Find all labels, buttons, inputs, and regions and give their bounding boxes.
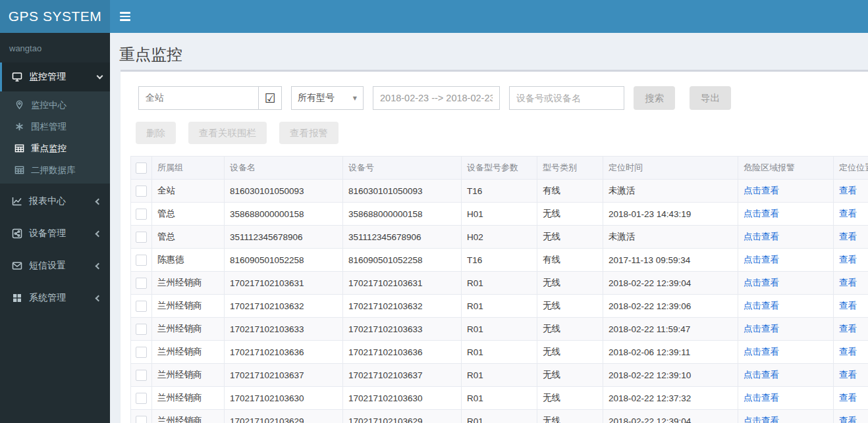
location-view-link[interactable]: 查看 xyxy=(839,278,857,287)
cell-model: T16 xyxy=(462,249,537,272)
row-checkbox[interactable] xyxy=(136,301,147,312)
location-view-link-cell: 查看 xyxy=(834,364,868,387)
sidebar-item-label: 报表中心 xyxy=(29,195,96,207)
location-view-link[interactable]: 查看 xyxy=(839,186,857,195)
danger-area-view-link-cell: 点击查看 xyxy=(738,295,834,318)
cell-device-name: 170217102103630 xyxy=(225,387,343,410)
danger-area-view-link[interactable]: 点击查看 xyxy=(744,416,779,423)
cell-model-type: 无线 xyxy=(537,318,603,341)
sidebar-item-report-center[interactable]: 报表中心 xyxy=(0,187,110,216)
table-row: 全站816030101050093816030101050093T16有线未激活… xyxy=(131,180,868,203)
danger-area-view-link[interactable]: 点击查看 xyxy=(744,232,779,241)
delete-button[interactable]: 删除 xyxy=(136,122,176,144)
danger-area-view-link[interactable]: 点击查看 xyxy=(744,347,779,357)
location-view-link[interactable]: 查看 xyxy=(839,209,857,218)
sidebar-item-device-management[interactable]: 设备管理 xyxy=(0,219,110,248)
group-select-toggle[interactable]: ☑ xyxy=(258,86,282,110)
column-header-location: 定位位置 xyxy=(834,157,868,180)
sidebar-item-label: 二押数据库 xyxy=(31,164,76,176)
model-select[interactable]: 所有型号 ▼ xyxy=(291,86,364,110)
location-view-link-cell: 查看 xyxy=(834,249,868,272)
danger-area-view-link[interactable]: 点击查看 xyxy=(744,209,779,218)
view-linked-fence-button[interactable]: 查看关联围栏 xyxy=(188,122,267,144)
group-input[interactable] xyxy=(138,86,258,110)
danger-area-view-link[interactable]: 点击查看 xyxy=(744,186,779,195)
danger-area-view-link[interactable]: 点击查看 xyxy=(744,301,779,311)
select-all-checkbox[interactable] xyxy=(136,162,147,174)
table-row: 兰州经销商170217102103637170217102103637R01无线… xyxy=(131,364,868,387)
row-checkbox[interactable] xyxy=(136,278,147,289)
danger-area-view-link[interactable]: 点击查看 xyxy=(744,324,779,334)
cell-group: 兰州经销商 xyxy=(152,364,225,387)
date-range-input[interactable] xyxy=(373,86,500,110)
row-checkbox[interactable] xyxy=(136,370,147,381)
table-row: 兰州经销商170217102103630170217102103630R01无线… xyxy=(131,387,868,410)
content-area: 重点监控 ☑ 所有型号 ▼ 搜索 导出 删除 查看关联围栏 查看报警 xyxy=(110,33,868,423)
envelope-icon xyxy=(12,261,22,271)
row-checkbox[interactable] xyxy=(136,393,147,404)
chevron-left-icon xyxy=(95,295,102,301)
cell-model-type: 无线 xyxy=(537,364,603,387)
cell-device-name: 170217102103632 xyxy=(225,295,343,318)
map-marker-icon xyxy=(14,100,24,110)
sidebar-item-key-monitoring[interactable]: 重点监控 xyxy=(0,137,110,159)
cell-device-no: 170217102103637 xyxy=(343,364,462,387)
cell-model: R01 xyxy=(462,295,537,318)
column-header-model: 设备型号参数 xyxy=(462,157,537,180)
row-checkbox[interactable] xyxy=(136,186,147,197)
cell-locate-time: 2018-02-22 12:37:32 xyxy=(603,387,738,410)
view-alarm-button[interactable]: 查看报警 xyxy=(279,122,339,144)
danger-area-view-link-cell: 点击查看 xyxy=(738,226,834,249)
page-title: 重点监控 xyxy=(110,33,868,65)
main-panel: ☑ 所有型号 ▼ 搜索 导出 删除 查看关联围栏 查看报警 xyxy=(121,70,868,423)
sidebar-item-second-mortgage-db[interactable]: 二押数据库 xyxy=(0,159,110,181)
danger-area-view-link-cell: 点击查看 xyxy=(738,272,834,295)
row-checkbox[interactable] xyxy=(136,324,147,335)
brand-logo[interactable]: GPS SYSTEM xyxy=(0,0,110,33)
location-view-link[interactable]: 查看 xyxy=(839,232,857,241)
location-view-link[interactable]: 查看 xyxy=(839,347,857,357)
sidebar-item-label: 监控中心 xyxy=(31,99,67,111)
location-view-link[interactable]: 查看 xyxy=(839,393,857,403)
danger-area-view-link[interactable]: 点击查看 xyxy=(744,255,779,264)
row-checkbox[interactable] xyxy=(136,255,147,266)
cell-device-name: 170217102103637 xyxy=(225,364,343,387)
device-search-input[interactable] xyxy=(509,86,624,110)
cell-device-no: 170217102103629 xyxy=(343,410,462,423)
column-header-danger-area: 危险区域报警 xyxy=(738,157,834,180)
danger-area-view-link[interactable]: 点击查看 xyxy=(744,278,779,287)
location-view-link[interactable]: 查看 xyxy=(839,255,857,264)
danger-area-view-link-cell: 点击查看 xyxy=(738,341,834,364)
row-checkbox[interactable] xyxy=(136,209,147,220)
cell-locate-time: 未激活 xyxy=(603,180,738,203)
row-checkbox[interactable] xyxy=(136,232,147,243)
search-button[interactable]: 搜索 xyxy=(634,86,675,110)
cell-model-type: 有线 xyxy=(537,249,603,272)
sidebar-item-monitor-management[interactable]: 监控管理 xyxy=(0,62,110,91)
row-checkbox[interactable] xyxy=(136,416,147,423)
cell-model-type: 无线 xyxy=(537,272,603,295)
cell-model: R01 xyxy=(462,272,537,295)
sidebar-toggle-icon[interactable] xyxy=(110,0,140,33)
danger-area-view-link[interactable]: 点击查看 xyxy=(744,370,779,380)
location-view-link[interactable]: 查看 xyxy=(839,370,857,380)
row-checkbox[interactable] xyxy=(136,347,147,358)
cell-locate-time: 2018-02-22 12:39:10 xyxy=(603,364,738,387)
sidebar-item-label: 围栏管理 xyxy=(31,121,67,133)
cell-model-type: 无线 xyxy=(537,203,603,226)
sidebar-item-label: 系统管理 xyxy=(29,292,96,304)
location-view-link[interactable]: 查看 xyxy=(839,416,857,423)
sidebar-item-fence-management[interactable]: 围栏管理 xyxy=(0,116,110,137)
sidebar-item-label: 重点监控 xyxy=(31,143,67,155)
cell-group: 兰州经销商 xyxy=(152,410,225,423)
danger-area-view-link[interactable]: 点击查看 xyxy=(744,393,779,403)
sidebar-item-sms-settings[interactable]: 短信设置 xyxy=(0,251,110,280)
location-view-link[interactable]: 查看 xyxy=(839,301,857,311)
danger-area-view-link-cell: 点击查看 xyxy=(738,364,834,387)
export-button[interactable]: 导出 xyxy=(690,86,731,110)
sidebar-item-system-management[interactable]: 系统管理 xyxy=(0,284,110,312)
sidebar-item-label: 短信设置 xyxy=(29,260,96,272)
share-icon xyxy=(12,228,22,239)
location-view-link[interactable]: 查看 xyxy=(839,324,857,334)
sidebar-item-monitor-center[interactable]: 监控中心 xyxy=(0,94,110,116)
